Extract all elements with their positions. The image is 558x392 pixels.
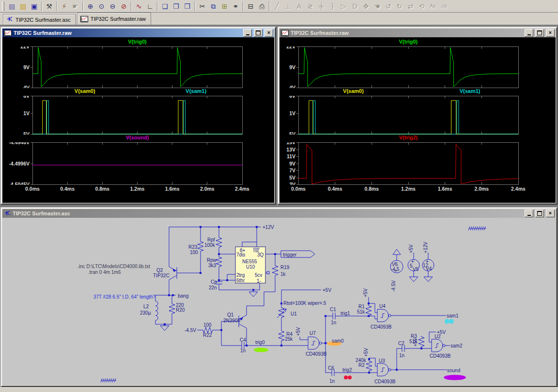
inductor-L2[interactable] (155, 301, 158, 320)
y-tick-label: 3V (289, 181, 295, 185)
control-panel-button[interactable]: ⚒ (44, 1, 55, 12)
waveform-window-titlebar[interactable]: TIP32C Surfmaster.raw × (279, 29, 556, 37)
close-icon[interactable]: × (546, 210, 555, 217)
resistor-R19[interactable] (272, 265, 278, 276)
trig2-highlight (344, 376, 348, 379)
resistor-R3[interactable] (418, 336, 424, 348)
minimize-button[interactable] (525, 29, 533, 37)
plot-pane[interactable]: 22V9V-4V (279, 46, 556, 88)
cut-button[interactable]: ✂ (197, 1, 208, 12)
spice-directive: .inc D:\LTC\Models\CD4000.lib.txt (78, 264, 150, 269)
svg-text:CD4093B: CD4093B (306, 351, 327, 357)
minimize-button[interactable] (243, 29, 252, 37)
spice-directive-tool: .op (438, 1, 450, 12)
trace-title[interactable]: V(trig0) (399, 39, 418, 45)
run-button[interactable]: ⚡ (59, 1, 70, 12)
svg-text:R23: R23 (188, 244, 198, 250)
resistor-R20[interactable] (169, 303, 175, 315)
toolbar-separator (157, 1, 158, 11)
capacitor-tool: ╪ (316, 1, 327, 12)
svg-text:R2: R2 (358, 362, 365, 368)
copy-button[interactable]: ⧉ (208, 1, 219, 12)
resistor-R23[interactable] (198, 241, 203, 252)
find-button[interactable]: ⚭ (230, 1, 241, 12)
maximize-button[interactable] (535, 210, 544, 217)
tab-waveform[interactable]: TIP32C Surfmaster.raw (77, 13, 151, 25)
x-tick-label: 2.0ms (200, 186, 215, 192)
svg-text:U10: U10 (246, 264, 255, 270)
trace-title[interactable]: V(sam0) (75, 88, 95, 94)
cascade-button[interactable]: ❒ (182, 1, 193, 12)
pane-title-row: V(trig0) (279, 39, 556, 46)
transistor-Q2[interactable] (169, 261, 177, 285)
trace-title[interactable]: V(sam1) (460, 88, 480, 94)
plot-pane[interactable]: -4.4946V-4.4996V-4.5045V (2, 142, 274, 185)
svg-text:+5V: +5V (363, 288, 368, 297)
plot-pane[interactable]: 22V9V-4V (2, 46, 274, 88)
zoom-in-button[interactable]: ⊕ (85, 1, 96, 12)
axis-settings-button[interactable]: ∟ (144, 1, 155, 12)
junction-dots (164, 226, 422, 374)
trace-title[interactable]: V(sam0) (343, 88, 364, 94)
zoom-out-button[interactable]: ⊖ (107, 1, 118, 12)
x-tick-label: 2.4ms (235, 186, 249, 192)
waveform-window-titlebar[interactable]: TIP32C Surfmaster.raw × (2, 29, 274, 37)
trace-V(sam0) (32, 101, 242, 134)
capacitor-C1[interactable] (333, 313, 335, 319)
zoom-full-button[interactable]: ⊘ (118, 1, 129, 12)
nand-gate-U2[interactable] (432, 339, 448, 352)
zoom-area-button[interactable]: ⊙ (96, 1, 107, 12)
trace-title[interactable]: V(sound) (126, 135, 149, 140)
tile-horizontal-button[interactable]: ❏ (159, 1, 170, 12)
x-tick-label: 1.6ms (165, 186, 180, 192)
resistor-R2[interactable] (366, 360, 372, 373)
svg-text:Cp: Cp (211, 279, 217, 285)
minimize-button[interactable] (525, 210, 533, 217)
paste-button[interactable]: ⊞ (219, 1, 230, 12)
save-button[interactable]: ▣ (29, 1, 40, 12)
trace-title[interactable]: V(trig2) (399, 135, 418, 140)
waveform-plot-area-right[interactable]: V(trig0)22V9V-4VV(sam0)V(sam1)6V1V-5VV(t… (279, 37, 556, 203)
y-tick-label: 22V (20, 46, 30, 49)
x-tick-label: 0.0ms (25, 186, 40, 192)
trace-V(sam1) (32, 101, 242, 134)
waveform-plot-area-left[interactable]: V(trig0)22V9V-4VV(sam0)V(sam1)6V1V-5VV(s… (2, 37, 274, 203)
y-tick-label: 7V (289, 167, 295, 173)
trace-title[interactable]: V(sam1) (186, 88, 206, 94)
tab-schematic[interactable]: TIP32C Surfmaster.asc (3, 14, 76, 25)
y-tick-label: 13V (286, 147, 295, 152)
maximize-button[interactable] (535, 29, 544, 37)
new-schematic-button[interactable]: ▤ (6, 1, 17, 12)
nand-gate-U4[interactable] (377, 309, 394, 322)
close-icon[interactable]: × (264, 29, 273, 37)
plot-pane[interactable]: 15V13V11V9V7V5V3V (279, 142, 556, 185)
schematic-window-titlebar[interactable]: TIP32C Surfmaster.asc × (2, 209, 556, 218)
resistor-R4[interactable] (279, 330, 284, 342)
print-button[interactable]: ⎙ (256, 1, 267, 12)
x-tick-label: 0.4ms (60, 186, 75, 192)
nand-gate-U3[interactable] (377, 363, 394, 376)
close-icon[interactable]: × (546, 29, 555, 37)
nand-gate-U7[interactable] (308, 337, 325, 349)
schematic-canvas[interactable]: .inc D:\LTC\Models\CD4000.lib.txt .tran … (2, 218, 556, 385)
toolbar-grip[interactable] (2, 1, 4, 11)
resistor-Rpf[interactable] (216, 237, 222, 248)
tile-vertical-button[interactable]: ❐ (170, 1, 182, 12)
resistor-Rpw[interactable] (216, 256, 222, 268)
print-preview-button[interactable]: ⊟ (245, 1, 256, 12)
open-button[interactable]: ▨ (17, 1, 29, 12)
svg-text:2trg: 2trg (236, 272, 245, 278)
plot-pane[interactable]: 6V1V-5V (279, 96, 556, 135)
plot-pane[interactable]: 6V1V-5V (2, 96, 274, 135)
maximize-button[interactable] (254, 29, 263, 37)
net-label-trig0: trig0 (255, 340, 265, 345)
trace-title[interactable]: V(trig0) (128, 39, 147, 45)
trace-V(trig2) (298, 144, 518, 184)
resistor-R1[interactable] (366, 305, 372, 317)
svg-text:C6: C6 (328, 365, 334, 371)
autorange-button[interactable]: ∿ (133, 1, 144, 12)
potentiometer-U1[interactable] (277, 307, 286, 318)
capacitor-C2[interactable] (402, 345, 404, 352)
y-tick-label: 6V (23, 96, 30, 99)
svg-text:Q1: Q1 (227, 312, 234, 317)
